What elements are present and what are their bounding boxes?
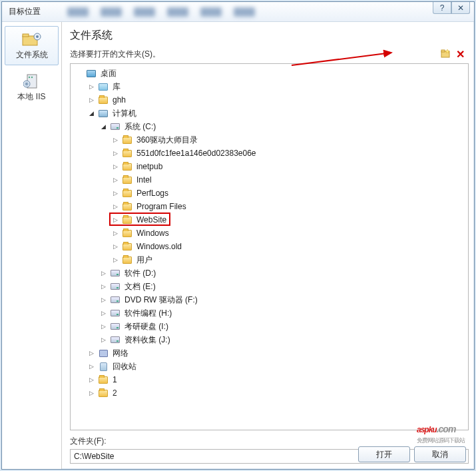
tree-node-label: 1 [111, 374, 119, 385]
svg-point-5 [28, 77, 29, 78]
tree-node-label: ghh [111, 95, 128, 105]
tree-node[interactable]: ▷Windows.old [71, 240, 468, 253]
chevron-right-icon[interactable]: ▷ [111, 229, 120, 238]
target-location-dialog: 目标位置 xxxxxxxxxxxx ? ✕ 文件系统 本地 IIS [1, 1, 475, 470]
chevron-right-icon[interactable]: ▷ [111, 149, 120, 158]
dialog-title: 目标位置 [9, 6, 41, 17]
tree-node[interactable]: ▷文档 (E:) [71, 280, 468, 293]
tree-node-label: 系统 (C:) [122, 121, 158, 133]
tree-node[interactable]: ▷软件 (D:) [71, 266, 468, 280]
tree-node[interactable]: ▷1 [71, 373, 468, 386]
chevron-right-icon[interactable]: ▷ [99, 335, 108, 344]
chevron-right-icon[interactable]: ▷ [87, 95, 96, 105]
tree-node[interactable]: ▷库 [71, 80, 468, 93]
tree-node-label: 用户 [134, 254, 154, 266]
folder-icon [97, 388, 109, 398]
tree-node[interactable]: ▷DVD RW 驱动器 (F:) [71, 293, 468, 306]
sidebar-item-local-iis[interactable]: 本地 IIS [5, 68, 59, 107]
tree-node-label: 计算机 [111, 107, 138, 120]
chevron-right-icon[interactable]: ▷ [111, 189, 120, 198]
delete-icon[interactable]: ✕ [456, 48, 465, 61]
folder-icon [121, 175, 133, 185]
tree-node-label: 软件 (D:) [122, 267, 158, 280]
tree-node-label: 551d0fc1fee1a146e0d02383e06e [134, 148, 258, 159]
sidebar-label: 文件系统 [16, 49, 48, 61]
chevron-right-icon[interactable]: ▷ [99, 322, 108, 331]
chevron-down-icon[interactable]: ◢ [87, 109, 96, 118]
drive-icon [109, 321, 121, 332]
tree-node-label: 库 [111, 81, 122, 93]
tree-node-label: 2 [111, 388, 119, 398]
tree-node[interactable]: ▷资料收集 (J:) [71, 333, 468, 346]
folder-tree[interactable]: ▷桌面▷库▷ghh◢计算机◢系统 (C:)▷360驱动大师目录▷551d0fc1… [70, 63, 469, 430]
sidebar-item-filesystem[interactable]: 文件系统 [5, 26, 59, 65]
folder-icon [121, 215, 133, 225]
chevron-right-icon[interactable]: ▷ [111, 175, 120, 185]
tree-node[interactable]: ▷PerfLogs [71, 187, 468, 200]
tree-node[interactable]: ▷用户 [71, 253, 468, 266]
folder-icon [121, 135, 133, 145]
chevron-down-icon[interactable]: ◢ [99, 122, 108, 131]
tree-node-label: 文档 (E:) [122, 280, 158, 293]
new-folder-icon[interactable] [440, 49, 451, 60]
drive-icon [109, 281, 121, 292]
chevron-right-icon[interactable]: ▷ [87, 362, 96, 371]
cancel-button[interactable]: 取消 [414, 446, 466, 462]
chevron-right-icon[interactable]: ▷ [111, 242, 120, 251]
network-icon [97, 348, 109, 358]
folder-icon [121, 188, 133, 199]
folder-icon [121, 161, 133, 172]
tree-node[interactable]: ▷回收站 [71, 360, 468, 373]
chevron-right-icon[interactable]: ▷ [99, 268, 108, 278]
computer-icon [97, 108, 109, 119]
tree-node[interactable]: ▷桌面 [71, 67, 468, 80]
chevron-right-icon[interactable]: ▷ [111, 255, 120, 264]
chevron-right-icon[interactable]: ▷ [111, 202, 120, 211]
chevron-right-icon[interactable]: ▷ [99, 308, 108, 318]
tree-node[interactable]: ◢系统 (C:) [71, 120, 468, 133]
tree-node-label: 360驱动大师目录 [134, 134, 200, 147]
tree-node[interactable]: ▷网络 [71, 346, 468, 360]
tree-node[interactable]: ▷Program Files [71, 200, 468, 213]
lib-icon [97, 81, 109, 92]
tree-node-label: 考研硬盘 (I:) [122, 320, 170, 333]
tree-node-label: Windows.old [134, 241, 184, 252]
tree-node[interactable]: ▷inetpub [71, 160, 468, 173]
close-button[interactable]: ✕ [451, 2, 470, 14]
tree-node[interactable]: ▷软件编程 (H:) [71, 306, 468, 320]
help-button[interactable]: ? [433, 2, 451, 14]
chevron-right-icon[interactable]: ▷ [99, 295, 108, 304]
chevron-right-icon[interactable]: ▷ [87, 82, 96, 91]
chevron-right-icon[interactable]: ▷ [111, 162, 120, 171]
chevron-right-icon[interactable]: ▷ [111, 135, 120, 145]
tree-node-label: 网络 [111, 347, 130, 360]
drive-icon [109, 268, 121, 278]
chevron-right-icon[interactable]: ▷ [87, 348, 96, 358]
tree-node[interactable]: ▷2 [71, 386, 468, 400]
chevron-right-icon[interactable]: ▷ [111, 215, 120, 225]
main-title: 文件系统 [70, 29, 469, 43]
tree-node[interactable]: ◢计算机 [71, 107, 468, 120]
chevron-right-icon[interactable]: ▷ [87, 375, 96, 384]
tree-node[interactable]: ▷考研硬盘 (I:) [71, 320, 468, 333]
open-button[interactable]: 打开 [358, 446, 410, 462]
tree-node[interactable]: ▷WebSite [71, 213, 468, 227]
tree-node-label: Program Files [134, 201, 188, 212]
tree-node-label: Intel [134, 175, 154, 185]
tree-node[interactable]: ▷Intel [71, 173, 468, 187]
recycle-icon [97, 361, 109, 372]
chevron-right-icon[interactable]: ▷ [87, 388, 96, 398]
folder-icon [121, 228, 133, 238]
tree-node-label: 资料收集 (J:) [122, 334, 172, 346]
tree-node[interactable]: ▷551d0fc1fee1a146e0d02383e06e [71, 147, 468, 160]
tree-node[interactable]: ▷360驱动大师目录 [71, 133, 468, 147]
dialog-buttons: 打开 取消 [358, 446, 466, 462]
window-controls: ? ✕ [433, 2, 470, 14]
chevron-right-icon[interactable]: ▷ [99, 282, 108, 291]
drive-icon [109, 294, 121, 305]
sidebar-label: 本地 IIS [17, 91, 45, 103]
tree-node[interactable]: ▷Windows [71, 227, 468, 240]
tree-node-label: 桌面 [99, 67, 119, 80]
main-subtitle: 选择要打开的文件夹(S)。 [70, 49, 160, 60]
tree-node[interactable]: ▷ghh [71, 93, 468, 107]
